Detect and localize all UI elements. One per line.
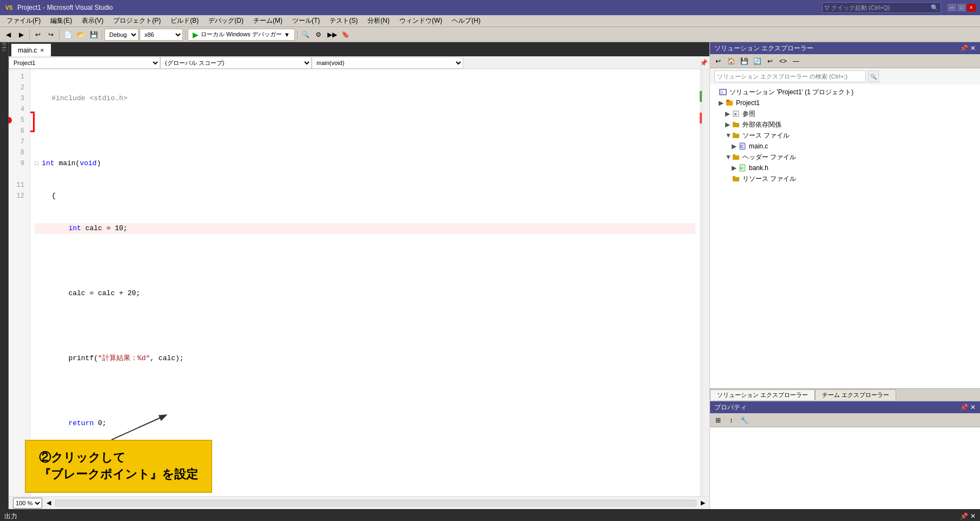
project-selector[interactable]: Project1 — [9, 57, 160, 69]
tree-resource-label: リソース ファイル — [742, 174, 796, 184]
scope-selector[interactable]: (グローバル スコープ) — [160, 57, 312, 69]
menu-window[interactable]: ウィンドウ(W) — [395, 15, 446, 27]
open-button[interactable]: 📂 — [75, 29, 87, 41]
forward-button[interactable]: ▶ — [15, 29, 27, 41]
prop-close-icon[interactable]: ✕ — [970, 403, 976, 411]
menu-test[interactable]: テスト(S) — [325, 15, 362, 27]
vs-icon: VS — [4, 3, 13, 12]
prop-cat-btn[interactable]: ⊞ — [712, 414, 724, 426]
back-button[interactable]: ◀ — [2, 29, 14, 41]
tree-item-project[interactable]: ▶ Project1 — [710, 97, 980, 108]
scroll-arrow-right[interactable]: ▶ — [701, 499, 705, 506]
se-btn-5[interactable]: ↩ — [764, 55, 776, 67]
se-btn-6[interactable]: <> — [777, 55, 789, 67]
menu-analyze[interactable]: 分析(N) — [363, 15, 394, 27]
menu-project[interactable]: プロジェクト(P) — [109, 15, 165, 27]
scroll-arrow-left[interactable]: ◀ — [47, 499, 51, 506]
minimize-button[interactable]: ─ — [948, 4, 956, 11]
se-tab-solution[interactable]: ソリューション エクスプローラー — [710, 389, 815, 400]
run-label: ローカル Windows デバッガー — [201, 30, 282, 38]
new-button[interactable]: 📄 — [62, 29, 74, 41]
ref-icon: ■ — [732, 109, 740, 118]
menu-tools[interactable]: ツール(T) — [288, 15, 324, 27]
se-btn-3[interactable]: 💾 — [738, 55, 750, 67]
tree-item-source[interactable]: ▼ ソース ファイル — [710, 130, 980, 141]
menu-file[interactable]: ファイル(F) — [2, 15, 45, 27]
save-button[interactable]: 💾 — [88, 29, 100, 41]
prop-pin-icon[interactable]: 📌 — [960, 403, 968, 411]
annotation-line1: ②クリックして — [39, 450, 198, 466]
se-btn-2[interactable]: 🏠 — [725, 55, 737, 67]
tree-item-external[interactable]: ▶ 外部依存関係 — [710, 119, 980, 130]
run-button[interactable]: ▶ ローカル Windows デバッガー ▼ — [188, 29, 295, 41]
quick-launch-label: クイック起動 (Ctrl+Q) — [831, 4, 890, 12]
se-btn-7[interactable]: — — [790, 55, 802, 67]
se-close-icon[interactable]: ✕ — [970, 44, 976, 52]
se-bottom-tabs: ソリューション エクスプローラー チーム エクスプローラー — [710, 388, 980, 400]
function-selector[interactable]: main(void) — [312, 57, 463, 69]
platform-select[interactable]: x86 — [140, 29, 183, 41]
editor-scrollbar[interactable] — [702, 69, 709, 496]
se-toolbar: ↩ 🏠 💾 🔄 ↩ <> — — [710, 54, 980, 68]
tree-header-label: ヘッダー ファイル — [742, 153, 796, 162]
se-btn-1[interactable]: ↩ — [712, 55, 724, 67]
se-pin-icon[interactable]: 📌 — [960, 44, 968, 52]
tab-label: main.c — [18, 47, 37, 54]
bookmark-button[interactable]: 🔖 — [340, 29, 352, 41]
debug-btn-3[interactable]: ▶▶ — [326, 29, 339, 41]
titlebar-left: VS Project1 - Microsoft Visual Studio — [4, 3, 113, 12]
se-tab-team[interactable]: チーム エクスプローラー — [815, 389, 896, 400]
se-title-controls: 📌 ✕ — [960, 44, 976, 52]
editor-statusbar: 100 % ◀ ▶ — [9, 496, 709, 509]
svg-rect-15 — [733, 155, 739, 160]
prop-titlebar: プロパティ 📌 ✕ — [710, 401, 980, 413]
menu-build[interactable]: ビルド(B) — [166, 15, 203, 27]
resource-icon — [732, 174, 740, 183]
debug-config-select[interactable]: Debug — [104, 29, 139, 41]
menu-help[interactable]: ヘルプ(H) — [448, 15, 485, 27]
menu-edit[interactable]: 編集(E) — [46, 15, 76, 27]
tree-bank-h-label: bank.h — [749, 164, 768, 172]
se-search-input[interactable] — [714, 70, 866, 82]
maximize-button[interactable]: □ — [957, 4, 966, 11]
undo-button[interactable]: ↩ — [32, 29, 44, 41]
solution-explorer: ソリューション エクスプローラー 📌 ✕ ↩ 🏠 💾 🔄 ↩ <> — 🔍 — [710, 42, 980, 401]
svg-rect-19 — [733, 177, 739, 181]
tree-item-ref[interactable]: ▶ ■ 参照 — [710, 108, 980, 119]
sidebar-tab-toolbox[interactable]: ツール — [0, 42, 9, 57]
svg-text:H: H — [740, 166, 743, 170]
tree-item-solution[interactable]: S ソリューション 'Project1' (1 プロジェクト) — [710, 87, 980, 97]
svg-rect-16 — [733, 154, 735, 156]
code-line-10 — [35, 386, 695, 396]
se-search-button[interactable]: 🔍 — [868, 70, 879, 82]
prop-prop-btn[interactable]: 🔧 — [738, 414, 750, 426]
svg-text:■: ■ — [734, 112, 737, 116]
prop-content — [710, 427, 980, 509]
debug-btn-1[interactable]: 🔍 — [300, 29, 312, 41]
menu-debug[interactable]: デバッグ(D) — [204, 15, 248, 27]
main-layout: ツール main.c ✕ Project1 (グローバル スコープ) main(… — [0, 42, 980, 509]
debug-btn-2[interactable]: ⚙ — [313, 29, 325, 41]
tree-external-label: 外部依存関係 — [742, 120, 781, 129]
tree-item-bank-h[interactable]: ▶ H bank.h — [710, 162, 980, 173]
editor-tab-main-c[interactable]: main.c ✕ — [11, 43, 51, 56]
output-close-icon[interactable]: ✕ — [970, 512, 976, 520]
tree-item-header[interactable]: ▼ ヘッダー ファイル — [710, 152, 980, 162]
svg-text:C: C — [740, 145, 743, 148]
filepath-bar: Project1 (グローバル スコープ) main(void) 📌 — [9, 56, 709, 69]
editor-hscrollbar[interactable] — [55, 500, 696, 506]
output-pin-icon[interactable]: 📌 — [960, 512, 968, 520]
editor-tab-bar: main.c ✕ — [9, 42, 709, 56]
se-btn-4[interactable]: 🔄 — [751, 55, 763, 67]
quick-launch-box[interactable]: ▽ クイック起動 (Ctrl+Q) 🔍 — [822, 2, 941, 13]
redo-button[interactable]: ↪ — [45, 29, 57, 41]
prop-alpha-btn[interactable]: ↕ — [725, 414, 737, 426]
pin-editor-button[interactable]: 📌 — [698, 57, 709, 69]
zoom-select[interactable]: 100 % — [13, 498, 42, 509]
tree-item-main-c[interactable]: ▶ C main.c — [710, 141, 980, 152]
close-button[interactable]: ✕ — [967, 4, 976, 11]
menu-view[interactable]: 表示(V) — [77, 15, 108, 27]
menu-team[interactable]: チーム(M) — [249, 15, 287, 27]
tree-item-resource[interactable]: リソース ファイル — [710, 173, 980, 184]
line-num-8: 8 — [9, 147, 28, 158]
